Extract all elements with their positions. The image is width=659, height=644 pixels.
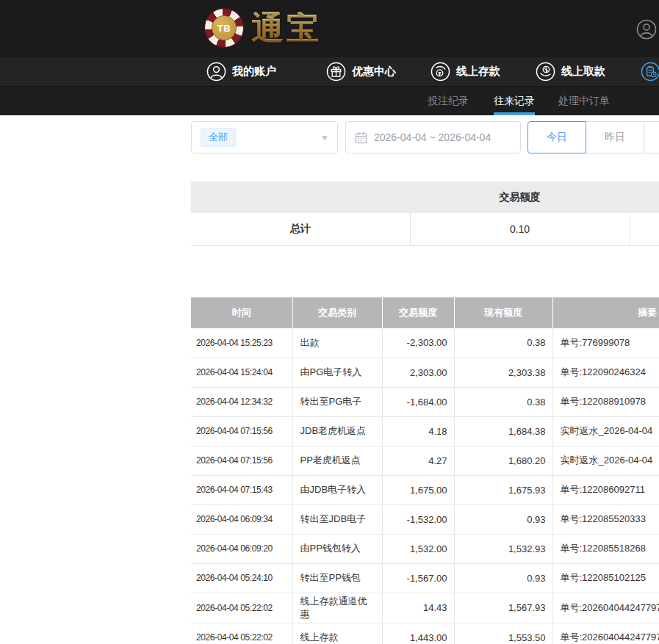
quick-button-yesterday[interactable]: 昨日 (586, 121, 644, 153)
table-header-row: 时间 交易类别 交易额度 现有额度 摘要 (191, 297, 659, 328)
summary-header-row: 交易额度 (191, 181, 659, 213)
table-row: 2026-04-04 06:09:20 由PP钱包转入 1,532.00 1,5… (191, 534, 659, 563)
col-header-amount: 交易额度 (382, 297, 454, 328)
quick-button-label: 今日 (547, 131, 567, 144)
cell-summary: 单号:202604044247797 (552, 593, 659, 623)
nav-item-my-account[interactable]: 我的账户 (206, 57, 276, 86)
calendar-icon (355, 131, 367, 144)
tab-label: 投注纪录 (428, 95, 469, 108)
cell-balance: 0.38 (454, 387, 552, 416)
category-select[interactable]: 全部 ▼ (191, 121, 338, 153)
tab-pending-orders[interactable]: 处理中订单 (558, 87, 610, 115)
nav-label: 优惠中心 (352, 65, 396, 79)
summary-header-empty (191, 181, 410, 213)
cell-time: 2026-04-04 05:22:02 (191, 593, 292, 623)
table-row: 2026-04-04 15:24:04 由PG电子转入 2,303.00 2,3… (191, 358, 659, 387)
cell-balance: 1,680.20 (454, 446, 552, 475)
poker-chip-icon: TB (204, 8, 244, 48)
cell-amount: 4.27 (382, 446, 454, 475)
cell-time: 2026-04-04 07:15:56 (191, 416, 292, 446)
table-row: 2026-04-04 05:22:02 线上存款 1,443.00 1,553.… (191, 623, 659, 644)
table-row: 2026-04-04 12:34:32 转出至PG电子 -1,684.00 0.… (191, 387, 659, 416)
cell-balance: 0.38 (454, 328, 552, 358)
table-row: 2026-04-04 07:15:56 JDB老虎机返点 4.18 1,684.… (191, 416, 659, 446)
summary-header-amount: 交易额度 (410, 181, 630, 213)
avatar-icon[interactable] (636, 19, 657, 40)
cell-balance: 1,567.93 (454, 593, 552, 623)
summary-total-value: 0.10 (410, 213, 630, 245)
page: TB 通宝 我的账户 优惠中心 (0, 0, 659, 644)
tab-betting-records[interactable]: 投注纪录 (428, 87, 469, 115)
col-header-balance: 现有额度 (454, 297, 552, 328)
cell-amount: 1,675.00 (382, 475, 454, 504)
col-header-summary: 摘要 (552, 297, 659, 328)
cell-type: 转出至JDB电子 (292, 504, 382, 534)
cell-summary: 单号:122086092711 (552, 475, 659, 504)
cell-summary: 单号:122090246324 (552, 358, 659, 387)
nav-item-withdraw[interactable]: 线上取款 (536, 57, 605, 86)
tab-label: 往来记录 (494, 95, 535, 108)
cell-time: 2026-04-04 05:24:10 (191, 563, 292, 593)
table-row: 2026-04-04 05:24:10 转出至PP钱包 -1,567.00 0.… (191, 563, 659, 593)
withdraw-icon (536, 62, 555, 82)
tab-transaction-records[interactable]: 往来记录 (494, 87, 535, 115)
cell-time: 2026-04-04 07:15:56 (191, 446, 292, 475)
logo-link[interactable]: TB 通宝 (204, 8, 322, 48)
cell-time: 2026-04-04 07:15:43 (191, 475, 292, 504)
cell-type: 由JDB电子转入 (292, 475, 382, 504)
date-range-input[interactable]: 2026-04-04 ~ 2026-04-04 (345, 121, 521, 153)
cell-balance: 1,684.38 (454, 416, 552, 446)
cell-time: 2026-04-04 05:22:02 (191, 623, 292, 644)
summary-total-label: 总计 (191, 213, 410, 245)
records-icon (641, 62, 659, 82)
date-range-value: 2026-04-04 ~ 2026-04-04 (374, 131, 491, 143)
sub-nav: 投注纪录 往来记录 处理中订单 (0, 87, 659, 115)
cell-balance: 1,675.93 (454, 475, 552, 504)
selected-category-tag[interactable]: 全部 (201, 128, 236, 147)
chip-tb-label: TB (212, 15, 237, 40)
col-header-type: 交易类别 (292, 297, 382, 328)
cell-amount: -2,303.00 (382, 328, 454, 358)
top-header: TB 通宝 (0, 0, 659, 57)
cell-amount: -1,684.00 (382, 387, 454, 416)
cell-summary: 单号:776999078 (552, 328, 659, 358)
table-row: 2026-04-04 07:15:43 由JDB电子转入 1,675.00 1,… (191, 475, 659, 504)
user-icon (206, 62, 226, 82)
table-row: 2026-04-04 07:15:56 PP老虎机返点 4.27 1,680.2… (191, 446, 659, 475)
cell-type: 由PG电子转入 (292, 358, 382, 387)
cell-balance: 2,303.38 (454, 358, 552, 387)
cell-type: 转出至PP钱包 (292, 563, 382, 593)
table-row: 2026-04-04 05:22:02 线上存款通道优惠 14.43 1,567… (191, 593, 659, 623)
cell-summary: 单号:122088910978 (552, 387, 659, 416)
cell-balance: 1,553.50 (454, 623, 552, 644)
cell-summary: 实时返水_2026-04-04 (552, 416, 659, 446)
cell-type: 由PP钱包转入 (292, 534, 382, 563)
cell-type: 线上存款通道优惠 (292, 593, 382, 623)
quick-button-today[interactable]: 今日 (527, 121, 586, 153)
cell-summary: 单号:122085102125 (552, 563, 659, 593)
cell-summary: 单号:122085520333 (552, 504, 659, 534)
cell-balance: 0.93 (454, 563, 552, 593)
cell-time: 2026-04-04 06:09:34 (191, 504, 292, 534)
nav-item-promotions[interactable]: 优惠中心 (326, 57, 396, 86)
nav-item-deposit[interactable]: 线上存款 (431, 57, 500, 86)
nav-label: 线上取款 (561, 65, 605, 79)
cell-time: 2026-04-04 12:34:32 (191, 387, 292, 416)
cell-type: PP老虎机返点 (292, 446, 382, 475)
summary-total-row: 总计 0.10 (191, 213, 659, 245)
nav-item-records-active[interactable] (641, 57, 659, 86)
cell-type: 出款 (292, 328, 382, 358)
cell-amount: 14.43 (382, 593, 454, 623)
cell-summary: 单号:122085518268 (552, 534, 659, 563)
cell-summary: 实时返水_2026-04-04 (552, 446, 659, 475)
quick-button-last7days[interactable]: 近7日 (644, 121, 659, 153)
transactions-table: 时间 交易类别 交易额度 现有额度 摘要 2026-04-04 15:25:23… (191, 297, 659, 644)
cell-time: 2026-04-04 15:25:23 (191, 328, 292, 358)
summary-value-clipped (630, 213, 659, 245)
chevron-down-icon: ▼ (320, 134, 330, 142)
cell-amount: -1,532.00 (382, 504, 454, 534)
cell-time: 2026-04-04 15:24:04 (191, 358, 292, 387)
summary-header-clipped (630, 181, 659, 213)
nav-label: 我的账户 (232, 65, 276, 79)
table-row: 2026-04-04 15:25:23 出款 -2,303.00 0.38 单号… (191, 328, 659, 358)
